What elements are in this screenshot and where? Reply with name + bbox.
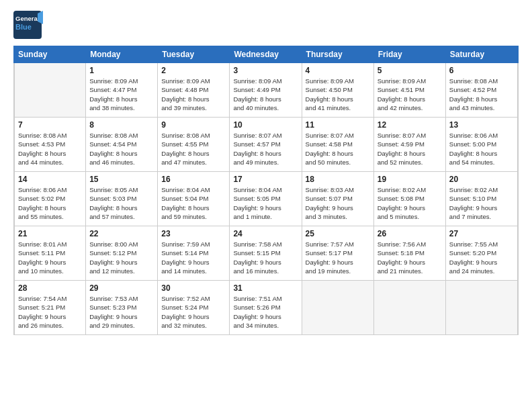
calendar-cell	[374, 281, 446, 334]
day-number: 6	[449, 66, 514, 75]
day-number: 25	[306, 229, 370, 238]
day-info: Sunrise: 8:09 AMSunset: 4:50 PMDaylight:…	[306, 77, 370, 112]
day-number: 14	[18, 175, 82, 184]
day-number: 27	[449, 229, 514, 238]
header-day-wednesday: Wednesday	[230, 46, 302, 62]
day-number: 19	[378, 175, 442, 184]
header-day-thursday: Thursday	[302, 46, 374, 62]
day-number: 15	[89, 175, 154, 184]
day-number: 8	[89, 120, 154, 130]
day-info: Sunrise: 7:56 AMSunset: 5:18 PMDaylight:…	[378, 240, 442, 275]
logo-svg: General Blue	[13, 11, 67, 39]
calendar-cell: 25Sunrise: 7:57 AMSunset: 5:17 PMDayligh…	[302, 226, 374, 280]
calendar-cell: 21Sunrise: 8:01 AMSunset: 5:11 PMDayligh…	[14, 226, 86, 280]
calendar-cell: 7Sunrise: 8:08 AMSunset: 4:53 PMDaylight…	[14, 118, 86, 171]
calendar-cell: 2Sunrise: 8:09 AMSunset: 4:48 PMDaylight…	[158, 63, 230, 117]
day-info: Sunrise: 8:07 AMSunset: 4:57 PMDaylight:…	[233, 131, 298, 167]
calendar-cell: 14Sunrise: 8:06 AMSunset: 5:02 PMDayligh…	[14, 172, 86, 226]
day-info: Sunrise: 7:58 AMSunset: 5:15 PMDaylight:…	[233, 240, 298, 275]
day-info: Sunrise: 7:52 AMSunset: 5:24 PMDaylight:…	[161, 294, 226, 330]
day-info: Sunrise: 8:01 AMSunset: 5:11 PMDaylight:…	[18, 240, 82, 275]
day-number: 13	[449, 120, 514, 130]
header-day-sunday: Sunday	[14, 46, 86, 62]
calendar-row-3: 21Sunrise: 8:01 AMSunset: 5:11 PMDayligh…	[14, 226, 518, 281]
calendar-header-row: SundayMondayTuesdayWednesdayThursdayFrid…	[13, 46, 519, 63]
calendar-cell: 27Sunrise: 7:55 AMSunset: 5:20 PMDayligh…	[446, 226, 518, 280]
calendar-cell: 3Sunrise: 8:09 AMSunset: 4:49 PMDaylight…	[230, 63, 302, 117]
day-info: Sunrise: 7:54 AMSunset: 5:21 PMDaylight:…	[18, 294, 82, 330]
header-day-saturday: Saturday	[446, 46, 518, 62]
calendar-cell: 10Sunrise: 8:07 AMSunset: 4:57 PMDayligh…	[230, 118, 302, 171]
day-number: 3	[233, 66, 298, 75]
calendar-row-1: 7Sunrise: 8:08 AMSunset: 4:53 PMDaylight…	[14, 118, 518, 172]
calendar-cell: 5Sunrise: 8:09 AMSunset: 4:51 PMDaylight…	[374, 63, 446, 117]
day-number: 4	[306, 66, 370, 75]
day-number: 30	[161, 283, 226, 293]
day-info: Sunrise: 8:08 AMSunset: 4:52 PMDaylight:…	[449, 77, 514, 112]
day-number: 12	[378, 120, 442, 130]
day-number: 1	[89, 66, 154, 75]
day-info: Sunrise: 8:02 AMSunset: 5:10 PMDaylight:…	[449, 185, 514, 221]
calendar-cell: 12Sunrise: 8:07 AMSunset: 4:59 PMDayligh…	[374, 118, 446, 171]
calendar-cell: 6Sunrise: 8:08 AMSunset: 4:52 PMDaylight…	[446, 63, 518, 117]
day-info: Sunrise: 8:08 AMSunset: 4:55 PMDaylight:…	[161, 131, 226, 167]
calendar-cell: 20Sunrise: 8:02 AMSunset: 5:10 PMDayligh…	[446, 172, 518, 226]
calendar-cell: 30Sunrise: 7:52 AMSunset: 5:24 PMDayligh…	[158, 281, 230, 334]
day-info: Sunrise: 8:06 AMSunset: 5:02 PMDaylight:…	[18, 185, 82, 221]
calendar-cell: 8Sunrise: 8:08 AMSunset: 4:54 PMDaylight…	[86, 118, 158, 171]
day-number: 10	[233, 120, 298, 130]
day-info: Sunrise: 8:09 AMSunset: 4:49 PMDaylight:…	[233, 77, 298, 112]
calendar-cell: 15Sunrise: 8:05 AMSunset: 5:03 PMDayligh…	[86, 172, 158, 226]
day-number: 11	[306, 120, 370, 130]
header: General Blue	[13, 11, 519, 39]
day-info: Sunrise: 8:09 AMSunset: 4:48 PMDaylight:…	[161, 77, 226, 112]
calendar-cell: 24Sunrise: 7:58 AMSunset: 5:15 PMDayligh…	[230, 226, 302, 280]
day-info: Sunrise: 8:04 AMSunset: 5:04 PMDaylight:…	[161, 185, 226, 221]
day-number: 5	[378, 66, 442, 75]
day-info: Sunrise: 8:08 AMSunset: 4:54 PMDaylight:…	[89, 131, 154, 167]
day-info: Sunrise: 7:55 AMSunset: 5:20 PMDaylight:…	[449, 240, 514, 275]
calendar-cell: 19Sunrise: 8:02 AMSunset: 5:08 PMDayligh…	[374, 172, 446, 226]
calendar-cell: 18Sunrise: 8:03 AMSunset: 5:07 PMDayligh…	[302, 172, 374, 226]
day-number: 24	[233, 229, 298, 238]
day-number: 17	[233, 175, 298, 184]
day-info: Sunrise: 8:09 AMSunset: 4:47 PMDaylight:…	[89, 77, 154, 112]
day-info: Sunrise: 8:02 AMSunset: 5:08 PMDaylight:…	[378, 185, 442, 221]
calendar-cell: 16Sunrise: 8:04 AMSunset: 5:04 PMDayligh…	[158, 172, 230, 226]
calendar-row-2: 14Sunrise: 8:06 AMSunset: 5:02 PMDayligh…	[14, 172, 518, 226]
header-day-tuesday: Tuesday	[158, 46, 230, 62]
logo: General Blue	[13, 11, 67, 39]
calendar-cell: 1Sunrise: 8:09 AMSunset: 4:47 PMDaylight…	[86, 63, 158, 117]
day-info: Sunrise: 8:03 AMSunset: 5:07 PMDaylight:…	[306, 185, 370, 221]
calendar-cell: 17Sunrise: 8:04 AMSunset: 5:05 PMDayligh…	[230, 172, 302, 226]
day-info: Sunrise: 8:05 AMSunset: 5:03 PMDaylight:…	[89, 185, 154, 221]
svg-text:Blue: Blue	[15, 23, 32, 31]
calendar-cell	[446, 281, 518, 334]
day-number: 9	[161, 120, 226, 130]
header-day-friday: Friday	[374, 46, 446, 62]
day-number: 7	[18, 120, 82, 130]
calendar: SundayMondayTuesdayWednesdayThursdayFrid…	[13, 46, 519, 403]
day-number: 28	[18, 283, 82, 293]
day-info: Sunrise: 8:00 AMSunset: 5:12 PMDaylight:…	[89, 240, 154, 275]
calendar-page: General Blue SundayMondayTuesdayWednesda…	[0, 0, 532, 411]
day-info: Sunrise: 8:07 AMSunset: 4:59 PMDaylight:…	[378, 131, 442, 167]
day-info: Sunrise: 8:08 AMSunset: 4:53 PMDaylight:…	[18, 131, 82, 167]
calendar-cell: 13Sunrise: 8:06 AMSunset: 5:00 PMDayligh…	[446, 118, 518, 171]
day-number: 2	[161, 66, 226, 75]
calendar-body-outer: 1Sunrise: 8:09 AMSunset: 4:47 PMDaylight…	[13, 63, 519, 335]
day-info: Sunrise: 7:57 AMSunset: 5:17 PMDaylight:…	[306, 240, 370, 275]
calendar-cell: 26Sunrise: 7:56 AMSunset: 5:18 PMDayligh…	[374, 226, 446, 280]
day-info: Sunrise: 8:07 AMSunset: 4:58 PMDaylight:…	[306, 131, 370, 167]
day-number: 26	[378, 229, 442, 238]
day-number: 23	[161, 229, 226, 238]
day-number: 20	[449, 175, 514, 184]
day-number: 22	[89, 229, 154, 238]
calendar-body: 1Sunrise: 8:09 AMSunset: 4:47 PMDaylight…	[14, 63, 518, 334]
calendar-cell	[302, 281, 374, 334]
day-info: Sunrise: 7:51 AMSunset: 5:26 PMDaylight:…	[233, 294, 298, 330]
day-number: 16	[161, 175, 226, 184]
day-number: 18	[306, 175, 370, 184]
header-day-monday: Monday	[86, 46, 158, 62]
day-info: Sunrise: 8:09 AMSunset: 4:51 PMDaylight:…	[378, 77, 442, 112]
